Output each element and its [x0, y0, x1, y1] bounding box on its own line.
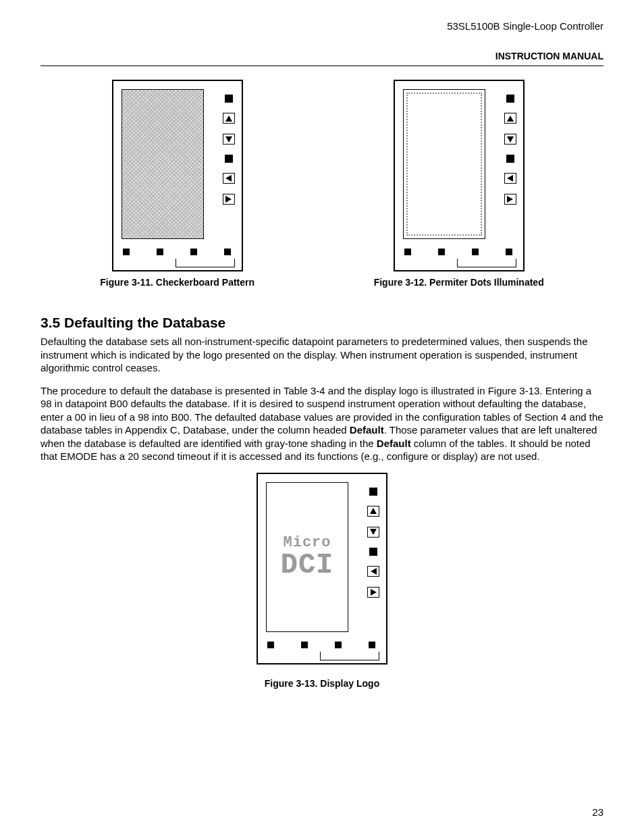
- faceplate-perimeter: [394, 80, 525, 271]
- btn-left-icon: [504, 173, 516, 184]
- btn-up-icon: [504, 113, 516, 124]
- btn-f1-icon: [369, 488, 377, 496]
- para-2-bold2: Default: [377, 438, 411, 449]
- btn-b1-icon: [404, 249, 411, 255]
- bottom-buttons: [404, 249, 512, 255]
- btn-b2-icon: [438, 249, 445, 255]
- side-buttons: [367, 488, 379, 598]
- tag-slot: [176, 259, 235, 267]
- btn-left-icon: [367, 566, 379, 577]
- btn-f2-icon: [506, 155, 514, 163]
- btn-b4-icon: [506, 249, 512, 255]
- page: 53SL5100B Single-Loop Controller INSTRUC…: [0, 0, 644, 834]
- btn-f2-icon: [369, 548, 377, 556]
- screen-logo: Micro DCI: [266, 482, 348, 632]
- tag-slot: [457, 259, 516, 267]
- figure-row-top: Figure 3-11. Checkerboard Pattern: [41, 80, 603, 288]
- btn-left-icon: [223, 173, 235, 184]
- screen-checkerboard: [122, 89, 204, 239]
- btn-b3-icon: [190, 249, 197, 255]
- header-doctype: INSTRUCTION MANUAL: [41, 51, 603, 61]
- btn-b3-icon: [472, 249, 479, 255]
- header-product: 53SL5100B Single-Loop Controller: [41, 20, 603, 32]
- btn-b2-icon: [157, 249, 163, 255]
- bottom-buttons: [123, 249, 231, 255]
- faceplate-checker: [112, 80, 243, 271]
- btn-right-icon: [223, 194, 235, 205]
- section-heading: 3.5 Defaulting the Database: [41, 315, 603, 331]
- figure-3-12: Figure 3-12. Permiter Dots Illuminated: [374, 80, 544, 288]
- btn-down-icon: [367, 527, 379, 538]
- btn-right-icon: [504, 194, 516, 205]
- side-buttons: [223, 95, 235, 205]
- figure-3-11-caption: Figure 3-11. Checkerboard Pattern: [100, 277, 254, 288]
- tag-slot: [320, 652, 379, 660]
- btn-b1-icon: [267, 642, 274, 648]
- btn-b3-icon: [335, 642, 342, 648]
- figure-3-13: Micro DCI Figure 3-13. Display Logo: [41, 473, 603, 689]
- figure-3-13-caption: Figure 3-13. Display Logo: [265, 678, 379, 689]
- para-2: The procedure to default the database is…: [41, 384, 603, 463]
- btn-f2-icon: [225, 155, 233, 163]
- btn-f1-icon: [506, 95, 514, 103]
- para-1: Defaulting the database sets all non-ins…: [41, 335, 603, 375]
- header-rule: [41, 66, 603, 66]
- btn-b4-icon: [224, 249, 231, 255]
- btn-down-icon: [504, 134, 516, 145]
- figure-3-12-caption: Figure 3-12. Permiter Dots Illuminated: [374, 277, 544, 288]
- btn-right-icon: [367, 587, 379, 598]
- side-buttons: [504, 95, 516, 205]
- btn-b4-icon: [369, 642, 375, 648]
- faceplate-logo: Micro DCI: [257, 473, 387, 664]
- btn-up-icon: [223, 113, 235, 124]
- btn-b2-icon: [301, 642, 308, 648]
- page-number: 23: [592, 806, 603, 818]
- screen-perimeter: [403, 89, 485, 239]
- btn-b1-icon: [123, 249, 130, 255]
- logo-text-dci: DCI: [281, 551, 334, 579]
- btn-down-icon: [223, 134, 235, 145]
- figure-3-11: Figure 3-11. Checkerboard Pattern: [100, 80, 254, 288]
- btn-f1-icon: [225, 95, 233, 103]
- bottom-buttons: [267, 642, 375, 648]
- para-2-bold1: Default: [350, 424, 384, 436]
- btn-up-icon: [367, 506, 379, 517]
